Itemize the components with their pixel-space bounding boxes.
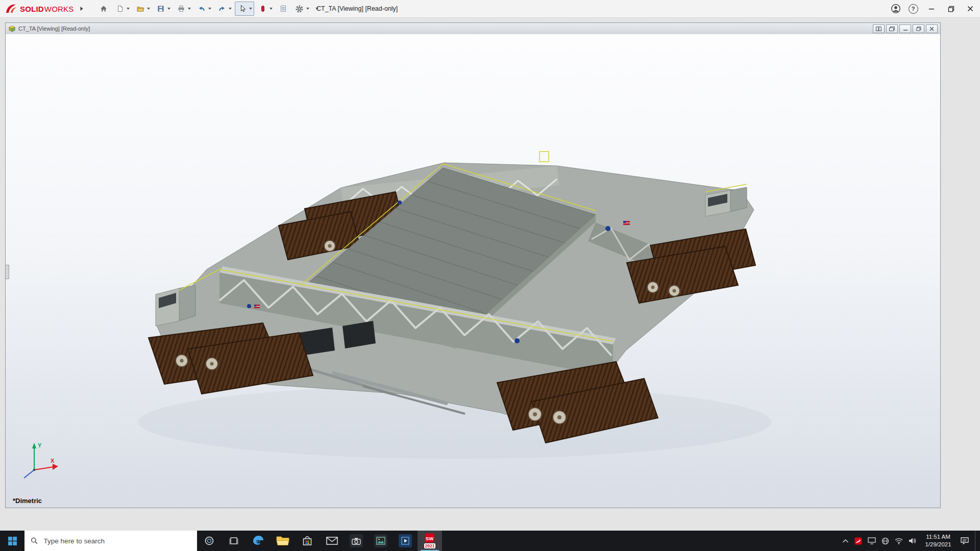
app-films-button[interactable]	[393, 531, 418, 551]
properties-icon	[279, 5, 287, 13]
svg-text:e: e	[256, 537, 260, 545]
open-button[interactable]	[133, 2, 152, 16]
task-view-icon	[229, 536, 239, 545]
svg-text:SW: SW	[426, 536, 433, 541]
triad-y-label: Y	[38, 442, 42, 448]
gear-icon	[295, 5, 304, 13]
task-view-button[interactable]	[222, 531, 246, 551]
doc-restore-button[interactable]	[913, 24, 924, 33]
close-icon	[967, 6, 973, 12]
minimize-button[interactable]	[922, 0, 941, 17]
orientation-triad[interactable]: Y X	[17, 438, 64, 485]
app-photos-button[interactable]	[369, 531, 393, 551]
window-tile-button[interactable]	[873, 24, 885, 33]
mail-icon	[326, 536, 338, 546]
quick-toolbar	[96, 2, 321, 16]
photos-icon	[376, 537, 385, 545]
home-icon	[100, 5, 108, 13]
us-flag-decal	[623, 221, 630, 225]
properties-button[interactable]	[276, 2, 291, 16]
taskbar-clock[interactable]: 11:51 AM 1/29/2021	[922, 533, 954, 548]
save-icon	[157, 5, 165, 13]
help-icon: ?	[909, 4, 918, 14]
assembly-cube-icon	[8, 25, 16, 33]
tray-solidworks-icon[interactable]	[854, 537, 862, 545]
action-center-icon[interactable]	[960, 537, 969, 545]
document-title: CT_TA [Viewing] [Read-only]	[18, 26, 90, 32]
play-icon	[401, 537, 409, 545]
start-button[interactable]	[0, 531, 24, 551]
tray-volume-icon[interactable]	[909, 537, 916, 544]
pane-splitter-handle[interactable]	[6, 265, 9, 279]
home-button[interactable]	[96, 2, 111, 16]
undo-button[interactable]	[194, 2, 213, 16]
window-cascade-button[interactable]	[886, 24, 898, 33]
app-titlebar: SOLID WORKS	[0, 0, 980, 18]
redo-button[interactable]	[214, 2, 234, 16]
chevron-down-icon[interactable]	[147, 8, 150, 10]
minimize-icon	[903, 27, 908, 31]
us-flag-decal	[254, 305, 260, 308]
show-desktop-button[interactable]	[975, 531, 978, 551]
cascade-windows-icon	[889, 27, 895, 31]
photos-tile	[374, 534, 387, 547]
document-window: CT_TA [Viewing] [Read-only]	[5, 22, 941, 508]
chevron-down-icon[interactable]	[249, 8, 252, 10]
select-cursor-icon	[238, 5, 247, 13]
chevron-right-icon[interactable]	[80, 6, 84, 11]
red-capsule-icon	[259, 5, 267, 13]
help-button[interactable]: ?	[904, 0, 922, 17]
redo-icon	[218, 5, 226, 13]
camera-icon	[352, 537, 361, 545]
titlebar-right: ?	[887, 0, 980, 17]
3ds-logo-icon	[5, 3, 17, 14]
chevron-down-icon[interactable]	[127, 8, 130, 10]
clock-date: 1/29/2021	[922, 541, 954, 548]
model-crawler-transporter	[6, 34, 940, 508]
app-solidworks-button[interactable]: SW 2021	[418, 531, 442, 551]
new-document-icon	[116, 5, 124, 13]
app-mail-button[interactable]	[320, 531, 344, 551]
tray-chevron-up-icon[interactable]	[842, 539, 849, 543]
search-input[interactable]	[43, 537, 191, 545]
triad-x-label: X	[51, 458, 55, 464]
tray-display-icon[interactable]	[868, 537, 876, 544]
solidworks-year-badge: 2021	[424, 543, 436, 548]
films-tile	[399, 534, 412, 547]
print-button[interactable]	[174, 2, 193, 16]
taskbar-search[interactable]	[24, 531, 197, 551]
windows-logo-icon	[8, 537, 17, 545]
app-file-explorer-button[interactable]	[271, 531, 295, 551]
graphics-viewport[interactable]: Y X *Dimetric	[6, 34, 940, 508]
doc-minimize-button[interactable]	[899, 24, 911, 33]
file-explorer-icon	[276, 535, 289, 546]
select-tool-button[interactable]	[235, 2, 254, 16]
account-button[interactable]	[887, 0, 904, 17]
options-button[interactable]	[292, 2, 311, 16]
restore-button[interactable]	[941, 0, 961, 17]
chevron-down-icon[interactable]	[188, 8, 191, 10]
chevron-down-icon[interactable]	[270, 8, 273, 10]
user-account-icon	[891, 4, 901, 14]
instant3d-button[interactable]	[255, 2, 275, 16]
save-button[interactable]	[153, 2, 173, 16]
document-titlebar[interactable]: CT_TA [Viewing] [Read-only]	[6, 23, 940, 35]
cortana-button[interactable]	[197, 531, 222, 551]
tray-wifi-icon[interactable]	[895, 538, 903, 544]
solidworks-taskbar-icon: SW 2021	[424, 533, 436, 548]
chevron-down-icon[interactable]	[208, 8, 211, 10]
app-edge-button[interactable]: e	[246, 531, 271, 551]
clock-time: 11:51 AM	[922, 533, 954, 541]
app-camera-button[interactable]	[344, 531, 369, 551]
system-tray: 11:51 AM 1/29/2021	[842, 531, 980, 551]
app-store-button[interactable]	[295, 531, 320, 551]
chevron-down-icon[interactable]	[229, 8, 232, 10]
tray-network-icon[interactable]	[881, 537, 889, 545]
chevron-down-icon[interactable]	[167, 8, 170, 10]
new-document-button[interactable]	[112, 2, 132, 16]
chevron-down-icon[interactable]	[306, 8, 309, 10]
close-button[interactable]	[961, 0, 980, 17]
brand-solid: SOLID	[20, 5, 44, 13]
doc-close-button[interactable]	[926, 24, 938, 33]
undo-icon	[198, 5, 206, 13]
